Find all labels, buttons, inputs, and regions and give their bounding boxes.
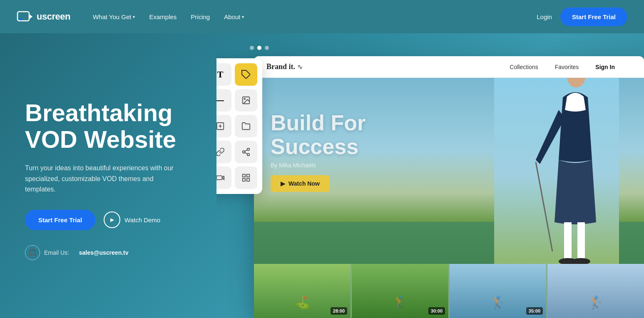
thumb-duration-2: 30:00 — [428, 307, 445, 315]
build-for-line2: Success — [271, 135, 366, 159]
build-for-line1: Build For — [271, 111, 366, 135]
browser-mockup: Brand it. ∿ Collections Favorites Sign I… — [254, 56, 644, 318]
nav-examples[interactable]: Examples — [143, 10, 182, 24]
svg-point-19 — [247, 154, 250, 156]
nav-right: Login Start Free Trial — [537, 7, 627, 26]
svg-rect-2 — [494, 78, 619, 264]
hero-cta: Start Free Trial ▶ Watch Demo — [25, 210, 216, 230]
svg-rect-25 — [247, 179, 249, 181]
watch-now-button[interactable]: ▶ Watch Now — [271, 175, 330, 192]
watch-demo-button[interactable]: ▶ Watch Demo — [104, 211, 160, 228]
hero-overlay-text: Build For Success By Mika Michaels ▶ Wat… — [271, 111, 366, 192]
thumb-duration-3: 35:00 — [526, 307, 543, 315]
tool-grid[interactable] — [235, 166, 257, 189]
nav-what-you-get[interactable]: What You Get ▾ — [87, 10, 141, 24]
svg-rect-0 — [17, 12, 29, 21]
browser-navbar: Brand it. ∿ Collections Favorites Sign I… — [254, 56, 644, 78]
golf-background: Build For Success By Mika Michaels ▶ Wat… — [254, 78, 644, 318]
browser-nav-links: Collections Favorites Sign In — [510, 64, 615, 70]
svg-point-13 — [244, 98, 245, 99]
thumbnail-strip: ⛳ 28:00 🏌 30:00 — [254, 264, 644, 318]
tool-image[interactable] — [235, 89, 257, 112]
dot-2[interactable] — [257, 46, 261, 50]
browser-hero-area: Build For Success By Mika Michaels ▶ Wat… — [254, 78, 644, 318]
hero-subtitle: Turn your ideas into beautiful experienc… — [25, 163, 183, 195]
hero-left: Breathtaking VOD Website Turn your ideas… — [0, 33, 216, 318]
svg-rect-7 — [564, 222, 572, 260]
hero-author: By Mika Michaels — [271, 162, 366, 169]
email-contact: 🎧 Email Us: sales@uscreen.tv — [25, 245, 216, 260]
hero-title: Breathtaking VOD Website — [25, 99, 216, 153]
dot-3[interactable] — [265, 46, 269, 50]
svg-point-1 — [20, 18, 22, 20]
svg-point-17 — [247, 148, 250, 151]
login-button[interactable]: Login — [537, 13, 552, 20]
chevron-down-icon: ▾ — [242, 15, 244, 19]
nav-pricing[interactable]: Pricing — [185, 10, 216, 24]
brand-name: Brand it. ∿ — [266, 62, 303, 71]
tool-add[interactable] — [216, 115, 231, 137]
svg-rect-8 — [577, 222, 585, 260]
tool-text[interactable]: T — [216, 63, 231, 86]
tool-folder[interactable] — [235, 115, 257, 137]
browser-favorites[interactable]: Favorites — [555, 64, 579, 70]
tool-tag[interactable] — [235, 63, 257, 86]
svg-point-18 — [243, 151, 245, 153]
svg-rect-26 — [243, 179, 245, 181]
logo-icon — [17, 10, 33, 23]
svg-rect-24 — [247, 174, 249, 177]
play-icon: ▶ — [104, 211, 120, 228]
hero-trial-button[interactable]: Start Free Trial — [25, 210, 95, 230]
svg-line-21 — [245, 150, 247, 152]
nav-about[interactable]: About ▾ — [218, 10, 250, 24]
hero-section: Breathtaking VOD Website Turn your ideas… — [0, 33, 644, 318]
chevron-down-icon: ▾ — [133, 15, 135, 19]
nav-trial-button[interactable]: Start Free Trial — [560, 7, 627, 26]
thumbnail-4[interactable]: 🏌 — [547, 264, 644, 318]
carousel-dots — [250, 46, 269, 50]
headset-icon: 🎧 — [25, 245, 40, 260]
tool-minus[interactable]: — — [216, 89, 231, 112]
svg-line-20 — [245, 152, 247, 154]
svg-rect-23 — [243, 174, 245, 177]
thumb-duration-1: 28:00 — [331, 307, 347, 315]
tool-link[interactable] — [216, 141, 231, 163]
navigation: uscreen What You Get ▾ Examples Pricing … — [0, 0, 644, 33]
logo[interactable]: uscreen — [17, 10, 70, 23]
tool-share[interactable] — [235, 141, 257, 163]
logo-text: uscreen — [37, 11, 70, 22]
browser-sign-in[interactable]: Sign In — [595, 64, 615, 70]
thumbnail-3[interactable]: 🏌 35:00 — [450, 264, 546, 318]
browser-collections[interactable]: Collections — [510, 64, 538, 70]
thumbnail-2[interactable]: 🏌 30:00 — [352, 264, 448, 318]
hero-right: Brand it. ∿ Collections Favorites Sign I… — [216, 33, 644, 318]
svg-rect-22 — [216, 176, 222, 179]
play-icon-small: ▶ — [281, 180, 285, 187]
golfer-image — [494, 78, 619, 264]
tool-panel: T — — [216, 58, 262, 194]
nav-links: What You Get ▾ Examples Pricing About ▾ — [87, 10, 537, 24]
dot-1[interactable] — [250, 46, 254, 50]
thumbnail-1[interactable]: ⛳ 28:00 — [254, 264, 351, 318]
tool-video[interactable] — [216, 166, 231, 189]
